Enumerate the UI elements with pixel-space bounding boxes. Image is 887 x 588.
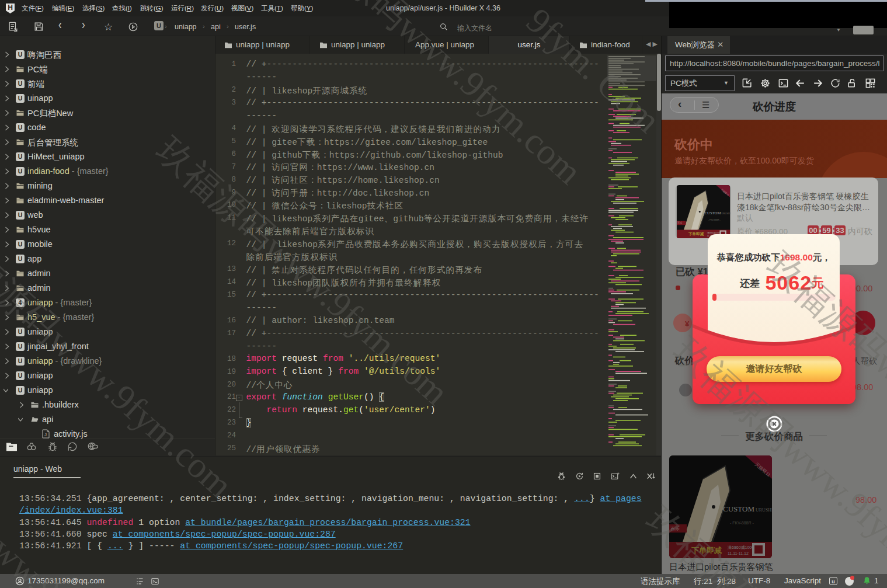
svg-text:J: J — [44, 432, 47, 437]
